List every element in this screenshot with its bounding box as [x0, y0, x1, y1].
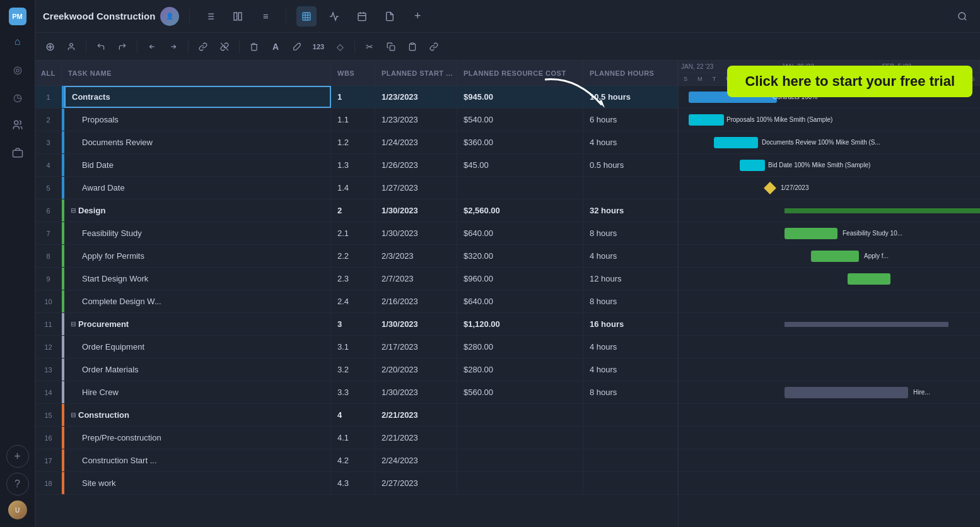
gantt-bar[interactable]	[689, 114, 724, 126]
col-planned-cost[interactable]: PLANNED RESOURCE COST	[457, 61, 583, 85]
table-row[interactable]: 10Complete Design W...2.42/16/2023$640.0…	[35, 290, 678, 313]
row-number: 15	[35, 404, 62, 426]
delete-btn[interactable]	[245, 37, 264, 56]
header-avatar[interactable]: 👤	[160, 7, 179, 26]
user-avatar[interactable]: U	[8, 500, 27, 519]
task-name-cell[interactable]: Construction Start ...	[64, 449, 331, 471]
sidebar-item-clock[interactable]: ◷	[6, 86, 29, 109]
gantt-bar[interactable]	[848, 273, 890, 285]
task-name-cell[interactable]: ⊟ Construction	[64, 404, 331, 426]
table-row[interactable]: 6⊟ Design21/30/2023$2,560.0032 hours	[35, 199, 678, 222]
col-all[interactable]: ALL	[35, 61, 62, 85]
sidebar-item-home[interactable]: ⌂	[6, 30, 29, 53]
task-name-cell[interactable]: Order Equipment	[64, 336, 331, 358]
table-row[interactable]: 13Order Materials3.22/20/2023$280.004 ho…	[35, 358, 678, 381]
wbs-cell: 2.1	[331, 222, 375, 244]
wbs-cell: 4	[331, 404, 375, 426]
table-row[interactable]: 11⊟ Procurement31/30/2023$1,120.0016 hou…	[35, 313, 678, 336]
table-row[interactable]: 5Award Date1.41/27/2023	[35, 177, 678, 199]
link2-btn[interactable]	[424, 37, 443, 56]
view-chart-btn[interactable]	[324, 6, 344, 27]
sidebar-item-users[interactable]	[6, 114, 29, 136]
hours-cell: 4 hours	[583, 336, 678, 358]
number-btn[interactable]: 123	[309, 37, 328, 56]
table-row[interactable]: 8Apply for Permits2.22/3/2023$320.004 ho…	[35, 245, 678, 268]
task-name-text: Procurement	[78, 319, 129, 329]
table-row[interactable]: 15⊟ Construction42/21/2023	[35, 404, 678, 427]
sidebar-item-briefcase[interactable]	[6, 141, 29, 164]
task-name-cell[interactable]: ⊟ Design	[64, 199, 331, 222]
task-name-cell[interactable]: Award Date	[64, 177, 331, 199]
undo-btn[interactable]	[91, 37, 110, 56]
color-btn[interactable]	[288, 37, 306, 56]
task-name-cell[interactable]: Order Materials	[64, 358, 331, 381]
indent-left-btn[interactable]	[143, 37, 161, 56]
table-row[interactable]: 14Hire Crew3.31/30/2023$560.008 hours	[35, 381, 678, 404]
view-columns-btn[interactable]	[228, 6, 248, 27]
table-row[interactable]: 1Contracts11/23/2023$945.0010.5 hours	[35, 86, 678, 109]
sidebar-item-help[interactable]: ?	[6, 473, 29, 495]
gantt-bar[interactable]	[785, 208, 980, 213]
gantt-bar[interactable]	[785, 322, 948, 327]
add-view-btn[interactable]: +	[407, 6, 428, 27]
task-name-cell[interactable]: Apply for Permits	[64, 245, 331, 267]
table-row[interactable]: 18Site work4.32/27/2023	[35, 472, 678, 495]
task-name-cell[interactable]: Start Design Work	[64, 268, 331, 290]
paste-btn[interactable]	[403, 37, 422, 56]
view-doc-btn[interactable]	[380, 6, 400, 27]
indent-right-btn[interactable]	[164, 37, 183, 56]
diamond-btn[interactable]: ◇	[330, 37, 349, 56]
task-name-cell[interactable]: Complete Design W...	[64, 290, 331, 312]
sidebar-item-add[interactable]: +	[6, 445, 29, 468]
task-name-cell[interactable]: ⊟ Procurement	[64, 313, 331, 335]
table-row[interactable]: 2Proposals1.11/23/2023$540.006 hours	[35, 109, 678, 131]
pm-logo[interactable]: PM	[9, 8, 26, 25]
search-btn[interactable]	[952, 6, 972, 27]
table-row[interactable]: 3Documents Review1.21/24/2023$360.004 ho…	[35, 131, 678, 154]
gantt-bar[interactable]	[714, 137, 758, 148]
col-task-name[interactable]: TASK NAME	[62, 61, 331, 85]
table-row[interactable]: 12Order Equipment3.12/17/2023$280.004 ho…	[35, 336, 678, 358]
free-trial-cta[interactable]: Click here to start your free trial	[727, 66, 972, 97]
sidebar-item-notifications[interactable]: ◎	[6, 58, 29, 81]
table-row[interactable]: 17Construction Start ...4.22/24/2023	[35, 449, 678, 472]
task-name-cell[interactable]: Proposals	[64, 109, 331, 131]
gantt-bar[interactable]	[740, 160, 765, 171]
gantt-row: Documents Review 100% Mike Smith (S...	[679, 131, 980, 154]
task-name-cell[interactable]: Feasibility Study	[64, 222, 331, 244]
task-name-cell[interactable]: Hire Crew	[64, 381, 331, 403]
link-btn[interactable]	[194, 37, 213, 56]
task-name-cell[interactable]: Contracts	[64, 86, 331, 108]
row-number: 8	[35, 245, 62, 267]
unlink-btn[interactable]	[215, 37, 234, 56]
gantt-bar[interactable]	[785, 228, 837, 239]
add-resource-btn[interactable]	[62, 37, 81, 56]
view-table-btn[interactable]	[296, 6, 317, 27]
redo-btn[interactable]	[113, 37, 132, 56]
text-format-btn[interactable]: A	[266, 37, 285, 56]
table-row[interactable]: 7Feasibility Study2.11/30/2023$640.008 h…	[35, 222, 678, 245]
table-row[interactable]: 4Bid Date1.31/26/2023$45.000.5 hours	[35, 154, 678, 177]
col-planned-hours[interactable]: PLANNED HOURS	[583, 61, 678, 85]
task-name-cell[interactable]: Prep/Pre-construction	[64, 427, 331, 449]
task-name-cell[interactable]: Documents Review	[64, 131, 331, 153]
view-list-btn[interactable]	[200, 6, 220, 27]
copy-btn[interactable]	[382, 37, 400, 56]
svg-rect-1	[13, 150, 22, 157]
cut-btn[interactable]: ✂	[360, 37, 379, 56]
gantt-bar[interactable]	[785, 387, 908, 398]
task-name-cell[interactable]: Site work	[64, 472, 331, 494]
gantt-bar[interactable]	[811, 251, 859, 262]
table-row[interactable]: 9Start Design Work2.32/7/2023$960.0012 h…	[35, 268, 678, 290]
collapse-icon[interactable]: ⊟	[71, 321, 76, 328]
start-date-cell: 2/27/2023	[375, 472, 457, 494]
collapse-icon[interactable]: ⊟	[71, 207, 76, 214]
view-grid-btn[interactable]: ≡	[255, 6, 276, 27]
table-row[interactable]: 16Prep/Pre-construction4.12/21/2023	[35, 427, 678, 449]
col-planned-start[interactable]: PLANNED START ...	[375, 61, 457, 85]
col-wbs[interactable]: WBS	[331, 61, 375, 85]
task-name-cell[interactable]: Bid Date	[64, 154, 331, 176]
add-task-btn[interactable]: ⊕	[40, 37, 59, 56]
collapse-icon[interactable]: ⊟	[71, 412, 76, 418]
view-calendar-btn[interactable]	[352, 6, 372, 27]
